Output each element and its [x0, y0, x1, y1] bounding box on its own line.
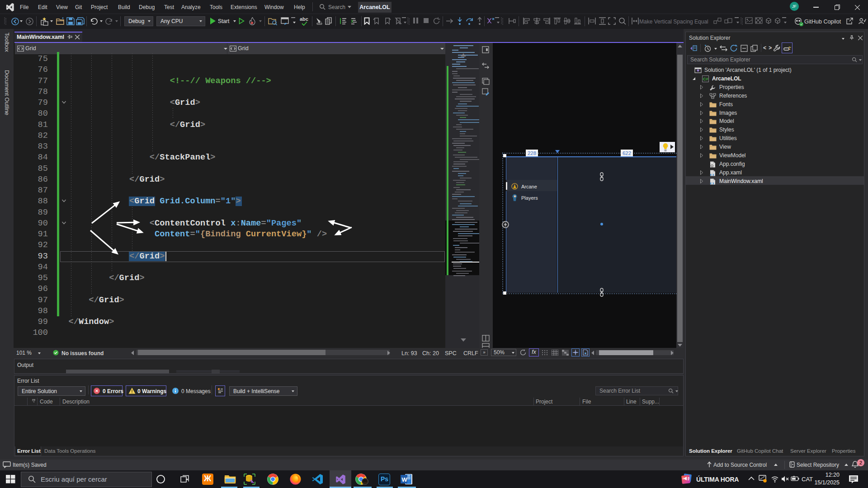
svg-text:W: W [402, 476, 408, 483]
svg-text:C#: C# [703, 77, 708, 81]
